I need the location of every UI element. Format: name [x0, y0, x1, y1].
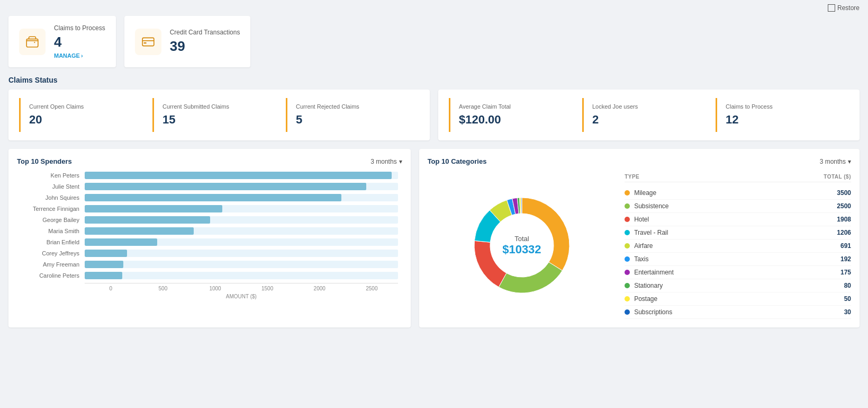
bar-fill: [85, 216, 210, 224]
categories-period-selector[interactable]: 3 months ▾: [820, 158, 851, 165]
summary-row: Claims to Process 4 MANAGE › Credit Card…: [8, 16, 860, 67]
rejected-claims-label: Current Rejected Claims: [296, 103, 411, 110]
legend-dot: [625, 296, 630, 301]
bar-label: Amy Freeman: [21, 261, 85, 268]
bar-track: [85, 261, 398, 268]
legend-item-left: Hotel: [625, 216, 649, 223]
legend-dot: [625, 217, 630, 222]
svg-rect-3: [143, 42, 146, 43]
bar-row: Maria Smith: [21, 227, 398, 235]
legend-dot: [625, 203, 630, 209]
restore-label: Restore: [837, 4, 860, 12]
legend-item: Entertainment 175: [625, 266, 851, 279]
legend-item-value: 192: [840, 255, 851, 263]
top-spenders-panel: Top 10 Spenders 3 months ▾ Ken Peters Ju…: [8, 149, 411, 327]
legend-item-name: Stationary: [634, 282, 663, 289]
categories-chevron-down-icon: ▾: [848, 158, 851, 165]
svg-rect-0: [26, 39, 38, 47]
legend-item-left: Airfare: [625, 242, 653, 250]
legend-item-name: Entertainment: [634, 269, 674, 276]
categories-period-label: 3 months: [820, 158, 846, 165]
submitted-claims-item: Current Submitted Claims 15: [152, 98, 286, 132]
legend-item-value: 175: [840, 269, 851, 276]
spenders-panel-header: Top 10 Spenders 3 months ▾: [17, 157, 402, 165]
legend-item-value: 80: [844, 282, 851, 289]
legend-items-container: Mileage 3500 Subsistence 2500 Hotel 1908…: [625, 187, 851, 319]
legend-dot: [625, 256, 630, 262]
bar-label: Terrence Finnigan: [21, 206, 85, 212]
credit-card-value: 39: [170, 38, 240, 55]
submitted-claims-label: Current Submitted Claims: [162, 103, 277, 110]
axis-label: 0: [85, 286, 137, 291]
open-claims-value: 20: [29, 113, 144, 127]
bar-fill: [85, 183, 366, 190]
legend-item: Taxis 192: [625, 253, 851, 266]
legend-dot: [625, 190, 630, 196]
chevron-down-icon: ▾: [399, 158, 402, 165]
donut-total-label: Total: [502, 235, 541, 243]
bar-fill: [85, 272, 122, 279]
restore-button[interactable]: Restore: [828, 4, 860, 12]
bar-row: Julie Stent: [21, 183, 398, 190]
legend-item-name: Postage: [634, 295, 657, 303]
legend-item-value: 30: [844, 308, 851, 316]
submitted-claims-value: 15: [162, 113, 277, 127]
spenders-period-selector[interactable]: 3 months ▾: [370, 158, 402, 165]
status-panel-right: Average Claim Total $120.00 Locked Joe u…: [438, 90, 860, 140]
restore-icon: [828, 4, 835, 12]
bottom-row: Top 10 Spenders 3 months ▾ Ken Peters Ju…: [8, 149, 860, 327]
donut-segment: [521, 198, 522, 214]
legend-dot: [625, 230, 630, 235]
legend-area: TYPE TOTAL ($) Mileage 3500 Subsistence …: [625, 172, 851, 319]
legend-item-value: 50: [844, 295, 851, 303]
status-panel-left: Current Open Claims 20 Current Submitted…: [8, 90, 430, 140]
bar-row: George Bailey: [21, 216, 398, 224]
legend-total-header: TOTAL ($): [824, 174, 851, 180]
bar-label: George Bailey: [21, 217, 85, 223]
legend-item: Airfare 691: [625, 240, 851, 253]
bar-fill: [85, 250, 127, 257]
bar-row: Ken Peters: [21, 172, 398, 179]
claims-status-title: Claims Status: [8, 76, 860, 84]
locked-users-value: 2: [592, 113, 707, 127]
status-grid-right: Average Claim Total $120.00 Locked Joe u…: [449, 98, 849, 132]
bar-track: [85, 272, 398, 279]
bar-track: [85, 172, 398, 179]
avg-claim-item: Average Claim Total $120.00: [449, 98, 582, 132]
rejected-claims-item: Current Rejected Claims 5: [286, 98, 419, 132]
legend-item-left: Mileage: [625, 189, 656, 197]
donut-chart: Total $10332: [464, 187, 580, 304]
bar-label: Brian Enfield: [21, 239, 85, 245]
credit-card-icon: [135, 29, 161, 55]
bar-fill: [85, 261, 123, 268]
legend-item-name: Subscriptions: [634, 308, 672, 316]
bar-label: Caroline Peters: [21, 272, 85, 279]
donut-center: Total $10332: [502, 235, 541, 256]
legend-item: Hotel 1908: [625, 213, 851, 226]
legend-dot: [625, 283, 630, 288]
donut-area: Total $10332: [428, 172, 617, 319]
legend-dot: [625, 270, 630, 275]
open-claims-item: Current Open Claims 20: [19, 98, 152, 132]
rejected-claims-value: 5: [296, 113, 411, 127]
legend-item-value: 1908: [837, 216, 851, 223]
donut-total-value: $10332: [502, 243, 541, 256]
bar-axis: 05001000150020002500: [85, 283, 398, 291]
legend-dot: [625, 243, 630, 249]
manage-link[interactable]: MANAGE ›: [54, 52, 105, 59]
bar-track: [85, 183, 398, 190]
legend-item-value: 3500: [837, 189, 851, 197]
donut-segment: [499, 262, 562, 293]
axis-label: 2000: [293, 286, 346, 291]
bar-label: Corey Jeffreys: [21, 250, 85, 256]
claims-card-info: Claims to Process 4 MANAGE ›: [54, 24, 105, 59]
spenders-period-label: 3 months: [370, 158, 396, 165]
legend-item-left: Travel - Rail: [625, 229, 668, 236]
bar-label: Ken Peters: [21, 172, 85, 179]
bar-fill: [85, 194, 341, 201]
bar-fill: [85, 205, 222, 212]
claims-to-process-card: Claims to Process 4 MANAGE ›: [8, 16, 116, 67]
legend-item-left: Postage: [625, 295, 657, 303]
legend-item-name: Airfare: [634, 242, 653, 250]
axis-title: AMOUNT ($): [85, 294, 398, 299]
